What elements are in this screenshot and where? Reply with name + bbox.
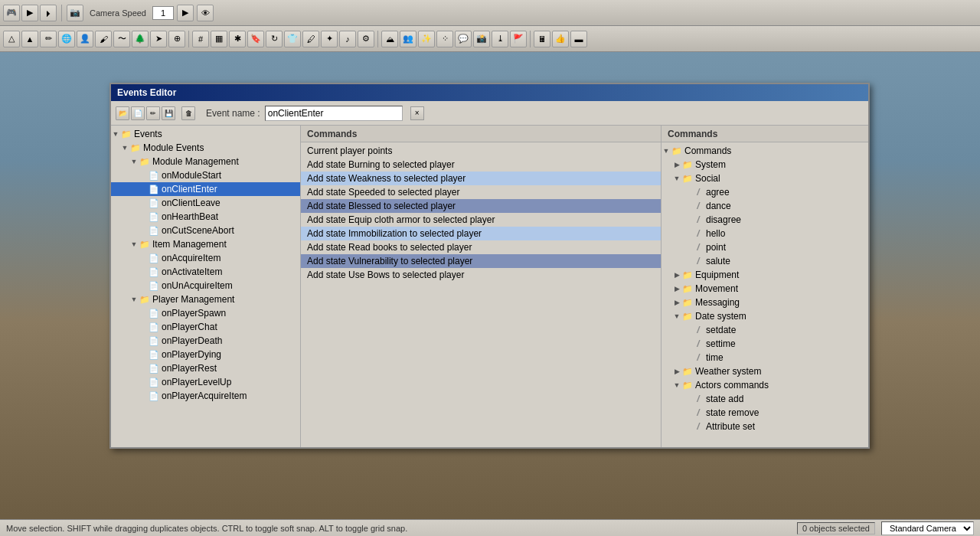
tb-bar[interactable]: ▬ (570, 31, 587, 47)
rtree-item-salute[interactable]: /salute (662, 254, 868, 268)
open-btn[interactable]: 📂 (116, 106, 129, 120)
rtree-item-actors-commands[interactable]: ▼📁Actors commands (662, 378, 868, 392)
command-item-5[interactable]: Add state Equip cloth armor to selected … (301, 213, 661, 227)
app-icon[interactable]: 🎮 (3, 5, 20, 21)
tb-user[interactable]: 👥 (400, 31, 416, 47)
rtree-item-time[interactable]: /time (662, 351, 868, 364)
tree-item-events[interactable]: ▼📁Events (111, 127, 300, 141)
tree-item-onPlayerDying[interactable]: 📄onPlayerDying (111, 348, 300, 361)
tb-calc[interactable]: 🖩 (534, 31, 550, 47)
tb-cross[interactable]: ✦ (321, 31, 338, 47)
tree-item-onActivateItem[interactable]: 📄onActivateItem (111, 265, 300, 279)
rtree-item-date-system[interactable]: ▼📁Date system (662, 309, 868, 323)
tb-shirt[interactable]: 👕 (284, 31, 301, 47)
command-item-9[interactable]: Add state Use Bows to selected player (301, 268, 661, 282)
tb-wave[interactable]: 〜 (113, 31, 130, 47)
tb-asterisk[interactable]: ✱ (229, 31, 246, 47)
new-btn[interactable]: 📄 (131, 106, 145, 120)
rtree-item-movement[interactable]: ▶📁Movement (662, 282, 868, 296)
rtree-item-settime[interactable]: /settime (662, 337, 868, 351)
command-item-4[interactable]: Add state Blessed to selected player (301, 199, 661, 213)
command-item-8[interactable]: Add state Vulnerability to selected play… (301, 254, 661, 268)
rtree-item-system[interactable]: ▶📁System (662, 158, 868, 172)
tree-item-onAcquireItem[interactable]: 📄onAcquireItem (111, 251, 300, 265)
tb-thumb[interactable]: 👍 (552, 31, 569, 47)
clear-event-btn[interactable]: × (410, 106, 424, 120)
rtree-item-hello[interactable]: /hello (662, 227, 868, 240)
delete-btn[interactable]: 🗑 (181, 106, 195, 120)
tree-item-onHearthBeat[interactable]: 📄onHearthBeat (111, 210, 300, 224)
command-item-7[interactable]: Add state Read books to selected player (301, 240, 661, 254)
camera-btn[interactable]: 📷 (67, 5, 83, 21)
tb-brush[interactable]: 🖌 (95, 31, 112, 47)
camera-speed-input[interactable] (152, 6, 174, 20)
rtree-item-setdate[interactable]: /setdate (662, 323, 868, 337)
tree-item-module-management[interactable]: ▼📁Module Management (111, 155, 300, 168)
tb-grid[interactable]: # (192, 31, 209, 47)
command-item-2[interactable]: Add state Weakness to selected player (301, 172, 661, 185)
tree-item-onClientLeave[interactable]: 📄onClientLeave (111, 196, 300, 210)
tb-person[interactable]: 👤 (77, 31, 93, 47)
rtree-item-weather-system[interactable]: ▶📁Weather system (662, 364, 868, 378)
right-commands-tree: ▼📁Commands▶📁System▼📁Social/agree/dance/d… (662, 142, 868, 447)
rtree-item-social[interactable]: ▼📁Social (662, 172, 868, 185)
camera-select[interactable]: Standard Camera (881, 521, 974, 535)
rtree-item-equipment[interactable]: ▶📁Equipment (662, 268, 868, 282)
event-name-input[interactable] (265, 106, 403, 121)
tree-item-onPlayerAcquireItem[interactable]: 📄onPlayerAcquireItem (111, 389, 300, 403)
tb-gear[interactable]: ⚙ (358, 31, 374, 47)
run-btn[interactable]: ⏵ (40, 5, 57, 21)
tb-sparkle[interactable]: ✨ (418, 31, 435, 47)
eye-btn[interactable]: 👁 (197, 5, 214, 21)
tb-camera2[interactable]: 📸 (473, 31, 490, 47)
rtree-item-state-add[interactable]: /state add (662, 392, 868, 406)
tree-item-item-management[interactable]: ▼📁Item Management (111, 237, 300, 251)
tree-item-onPlayerLevelUp[interactable]: 📄onPlayerLevelUp (111, 375, 300, 389)
camera-speed-up[interactable]: ▶ (177, 5, 194, 21)
tb-down[interactable]: ⤓ (492, 31, 508, 47)
tree-label-onUnAcquireItem: onUnAcquireItem (162, 280, 233, 291)
tb-table[interactable]: ▦ (211, 31, 227, 47)
tb-pen[interactable]: 🖊 (302, 31, 319, 47)
tb-tree[interactable]: 🌲 (132, 31, 149, 47)
tb-triangle[interactable]: △ (3, 31, 20, 47)
rtree-item-disagree[interactable]: /disagree (662, 213, 868, 227)
rtree-item-point[interactable]: /point (662, 240, 868, 254)
tree-item-onClientEnter[interactable]: 📄onClientEnter (111, 182, 300, 196)
tree-item-onUnAcquireItem[interactable]: 📄onUnAcquireItem (111, 279, 300, 293)
tb-bubble[interactable]: 💬 (455, 31, 472, 47)
command-item-6[interactable]: Add state Immobilization to selected pla… (301, 227, 661, 240)
rtree-item-messaging[interactable]: ▶📁Messaging (662, 296, 868, 309)
command-item-1[interactable]: Add state Burning to selected player (301, 158, 661, 172)
tb-arrow[interactable]: ➤ (150, 31, 167, 47)
tb-mountain[interactable]: ⛰ (381, 31, 398, 47)
tb-cone[interactable]: ▲ (21, 31, 38, 47)
tree-item-onPlayerDeath[interactable]: 📄onPlayerDeath (111, 334, 300, 348)
tree-item-onCutSceneAbort[interactable]: 📄onCutSceneAbort (111, 224, 300, 237)
tree-item-onPlayerRest[interactable]: 📄onPlayerRest (111, 361, 300, 375)
tree-item-player-management[interactable]: ▼📁Player Management (111, 293, 300, 306)
tb-wave2[interactable]: ♪ (339, 31, 356, 47)
save-btn[interactable]: 💾 (162, 106, 175, 120)
tb-pencil[interactable]: ✏ (40, 31, 57, 47)
tb-dots[interactable]: ⁘ (436, 31, 453, 47)
command-item-0[interactable]: Current player points (301, 144, 661, 158)
tb-rotate[interactable]: ↻ (266, 31, 283, 47)
play-btn[interactable]: ▶ (21, 5, 38, 21)
rtree-item-commands-root[interactable]: ▼📁Commands (662, 144, 868, 158)
rtree-item-attribute-set[interactable]: /Attribute set (662, 420, 868, 433)
tb-bookmark[interactable]: 🔖 (247, 31, 264, 47)
command-item-3[interactable]: Add state Speeded to selected player (301, 185, 661, 199)
rtree-item-state-remove[interactable]: /state remove (662, 406, 868, 420)
tb-globe[interactable]: 🌐 (58, 31, 75, 47)
tb-flag[interactable]: 🚩 (510, 31, 527, 47)
tree-item-onPlayerChat[interactable]: 📄onPlayerChat (111, 320, 300, 334)
rtree-item-dance[interactable]: /dance (662, 199, 868, 213)
edit-btn[interactable]: ✏ (146, 106, 160, 120)
tree-item-module-events[interactable]: ▼📁Module Events (111, 141, 300, 155)
script-icon-settime: / (692, 338, 704, 350)
tree-item-onModuleStart[interactable]: 📄onModuleStart (111, 168, 300, 182)
rtree-item-agree[interactable]: /agree (662, 185, 868, 199)
tree-item-onPlayerSpawn[interactable]: 📄onPlayerSpawn (111, 306, 300, 320)
tb-target[interactable]: ⊕ (168, 31, 185, 47)
